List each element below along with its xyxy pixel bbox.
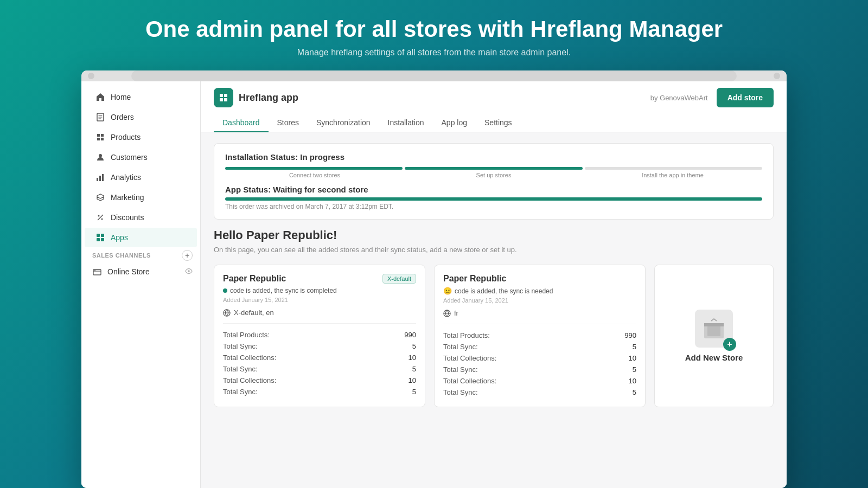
store-2-total-sync-3-value: 5	[633, 388, 636, 396]
installation-status-box: Installation Status: In progress Connect…	[214, 143, 774, 220]
store-2-locale-text: fr	[454, 309, 458, 317]
tab-synchronization[interactable]: Synchronization	[308, 114, 379, 132]
app-status-note: This order was archived on March 7, 2017…	[225, 203, 762, 210]
store-card-1: Paper Republic X-default code is added, …	[214, 265, 425, 407]
svg-rect-19	[704, 323, 724, 326]
svg-rect-3	[99, 176, 101, 181]
sidebar: Home Orders Products Custo	[81, 81, 201, 488]
add-store-button[interactable]: Add store	[717, 88, 774, 107]
store-1-locale-text: X-default, en	[234, 309, 274, 317]
sidebar-item-orders[interactable]: Orders	[85, 107, 197, 127]
browser-body: Home Orders Products Custo	[81, 81, 787, 488]
installation-status-title: Installation Status: In progress	[225, 152, 762, 162]
add-new-plus-icon: +	[723, 338, 736, 351]
tab-installation[interactable]: Installation	[379, 114, 433, 132]
sidebar-item-apps-label: Apps	[111, 233, 128, 242]
browser-window: Home Orders Products Custo	[81, 70, 787, 488]
store-2-status-emoji: 😐	[443, 287, 452, 295]
sidebar-item-marketing-label: Marketing	[111, 193, 144, 202]
store-2-name: Paper Republic	[443, 274, 506, 284]
store-2-total-sync-1-value: 5	[633, 343, 636, 351]
sidebar-item-analytics[interactable]: Analytics	[85, 168, 197, 187]
add-new-store-label: Add New Store	[685, 353, 743, 362]
store-1-total-collections-1: Total Collections: 10	[223, 352, 416, 363]
total-sync-label-2: Total Sync:	[223, 365, 258, 373]
svg-point-6	[101, 219, 103, 220]
browser-dot-1	[88, 73, 94, 79]
tab-settings[interactable]: Settings	[476, 114, 521, 132]
store-2-total-collections-1-value: 10	[629, 354, 636, 362]
sidebar-item-marketing[interactable]: Marketing	[85, 188, 197, 207]
store-2-total-sync-2: Total Sync: 5	[443, 364, 636, 375]
progress-label-1: Connect two stores	[225, 172, 404, 178]
hero-title: One admin panel for all stores with Href…	[145, 16, 723, 42]
store-1-total-sync-3: Total Sync: 5	[223, 386, 416, 397]
store-2-total-products: Total Products: 990	[443, 330, 636, 341]
store-2-total-sync-2-value: 5	[633, 365, 636, 374]
progress-labels: Connect two stores Set up stores Install…	[225, 172, 762, 178]
analytics-icon	[95, 172, 105, 182]
store-1-total-sync-2: Total Sync: 5	[223, 363, 416, 375]
hello-title: Hello Paper Republic!	[214, 228, 774, 242]
add-sales-channel-button[interactable]: +	[182, 250, 193, 261]
content-body: Installation Status: In progress Connect…	[201, 132, 787, 488]
store-2-total-collections-1: Total Collections: 10	[443, 352, 636, 364]
browser-chrome	[81, 70, 787, 81]
store-1-total-collections-2: Total Collections: 10	[223, 375, 416, 386]
sidebar-item-discounts[interactable]: Discounts	[85, 208, 197, 227]
sidebar-item-apps[interactable]: Apps	[85, 228, 197, 247]
svg-rect-8	[97, 234, 100, 237]
store-1-status-text: code is added, the sync is completed	[230, 287, 337, 294]
sidebar-item-home-label: Home	[111, 93, 131, 101]
add-new-store-card[interactable]: + Add New Store	[654, 265, 774, 407]
total-sync-label-1: Total Sync:	[223, 342, 258, 350]
browser-dot-2	[774, 73, 780, 79]
discounts-icon	[95, 213, 105, 222]
sidebar-item-discounts-label: Discounts	[111, 213, 144, 222]
apps-icon	[95, 233, 105, 242]
sidebar-item-online-store[interactable]: Online Store	[81, 263, 200, 280]
app-credit: by GenovaWebArt	[650, 94, 708, 102]
total-products-label: Total Products:	[223, 331, 270, 339]
total-collections-label-1: Total Collections:	[223, 354, 276, 362]
store-2-stats: Total Products: 990 Total Sync: 5 Total …	[443, 324, 636, 398]
marketing-icon	[95, 192, 105, 202]
sidebar-item-analytics-label: Analytics	[111, 173, 141, 182]
tab-app-log[interactable]: App log	[433, 114, 476, 132]
store-2-added: Added January 15, 2021	[443, 297, 636, 304]
app-header-top: Hreflang app by GenovaWebArt Add store	[214, 88, 774, 107]
app-title: Hreflang app	[239, 92, 298, 104]
store-2-locale: fr	[443, 309, 636, 317]
store-2-total-products-label: Total Products:	[443, 331, 490, 339]
sales-channels-label: SALES CHANNELS	[92, 252, 151, 259]
store-1-locale: X-default, en	[223, 309, 416, 317]
store-card-2-header: Paper Republic	[443, 274, 636, 284]
app-status-bar	[225, 197, 762, 201]
app-header: Hreflang app by GenovaWebArt Add store D…	[201, 81, 787, 132]
online-store-icon	[92, 267, 102, 277]
svg-rect-4	[102, 174, 104, 181]
hello-subtitle: On this page, you can see all the added …	[214, 246, 774, 254]
sidebar-item-customers[interactable]: Customers	[85, 147, 197, 167]
hero-subtitle: Manage hreflang settings of all stores f…	[297, 48, 571, 57]
sidebar-item-customers-label: Customers	[111, 153, 148, 162]
sidebar-item-products[interactable]: Products	[85, 127, 197, 147]
store-2-total-sync-1: Total Sync: 5	[443, 341, 636, 352]
online-store-eye-icon	[185, 267, 193, 277]
store-1-total-sync-1: Total Sync: 5	[223, 341, 416, 352]
tab-dashboard[interactable]: Dashboard	[214, 114, 269, 132]
store-2-total-sync-3: Total Sync: 5	[443, 387, 636, 398]
browser-addressbar	[131, 70, 737, 81]
progress-seg-1	[225, 167, 403, 170]
store-1-total-sync-1-value: 5	[412, 342, 416, 350]
store-1-total-sync-3-value: 5	[412, 388, 416, 396]
add-new-icon-wrapper: +	[695, 310, 733, 348]
store-1-status-dot	[223, 288, 227, 293]
store-2-total-sync-label-3: Total Sync:	[443, 388, 478, 396]
sidebar-item-products-label: Products	[111, 133, 141, 142]
tab-stores[interactable]: Stores	[269, 114, 308, 132]
svg-point-14	[188, 270, 190, 272]
store-card-1-header: Paper Republic X-default	[223, 274, 416, 284]
sidebar-item-home[interactable]: Home	[85, 87, 197, 107]
store-2-status-text: code is added, the sync is needed	[455, 287, 553, 295]
